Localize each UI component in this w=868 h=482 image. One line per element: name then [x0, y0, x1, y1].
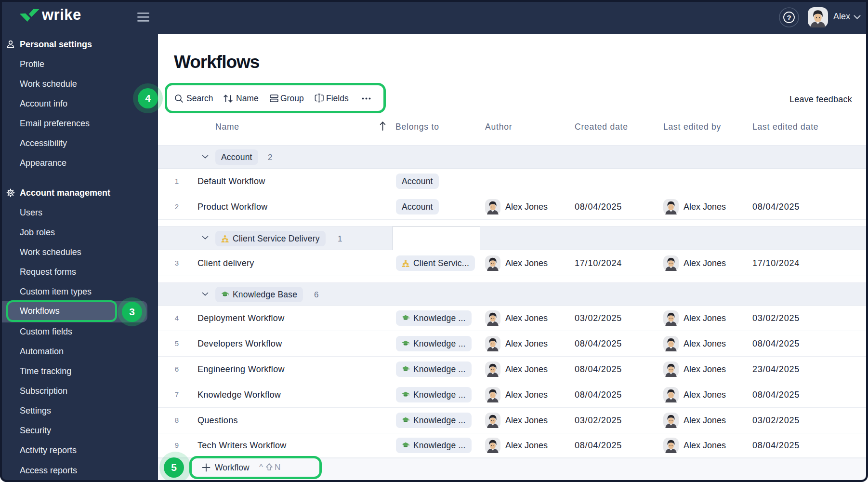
svg-text:?: ?: [787, 13, 791, 22]
